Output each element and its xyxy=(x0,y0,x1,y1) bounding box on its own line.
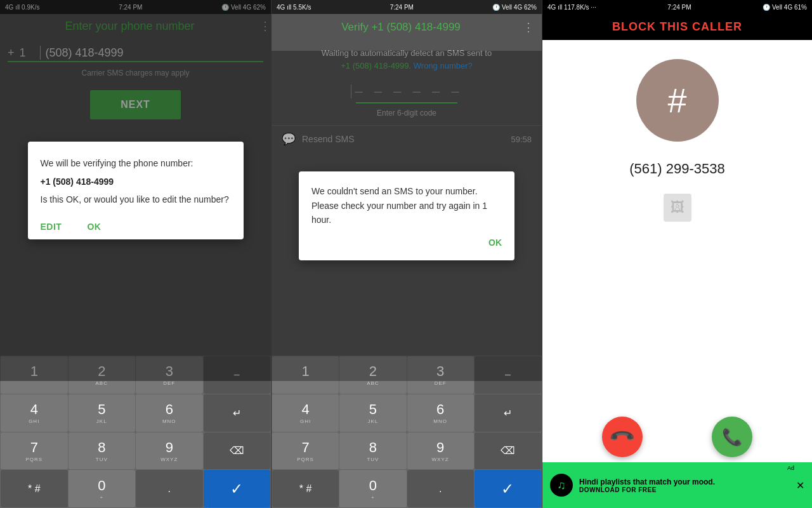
caller-number: (561) 299-3538 xyxy=(542,154,812,184)
key2-5[interactable]: 5JKL xyxy=(339,394,406,432)
ad-label: Ad xyxy=(787,465,794,471)
sms-error-dialog-overlay: We couldn't send an SMS to your number. … xyxy=(272,51,542,381)
key2-period[interactable]: . xyxy=(407,470,474,507)
key2-0[interactable]: 0+ xyxy=(339,470,406,507)
key-backspace[interactable]: ⌫ xyxy=(204,432,271,470)
spotify-logo: ♫ xyxy=(550,474,573,497)
dialog-actions: EDIT OK xyxy=(41,217,231,232)
sms-error-dialog: We couldn't send an SMS to your number. … xyxy=(299,171,514,260)
verify-dialog-overlay: We will be verifying the phone number: +… xyxy=(0,0,271,381)
photo-placeholder: 🖼 xyxy=(664,194,691,222)
dialog-line1: We will be verifying the phone number: xyxy=(41,157,231,170)
edit-button[interactable]: EDIT xyxy=(41,222,62,232)
call-screen-content: # (561) 299-3538 🖼 📞 📞 Ad ♫ Hindi playl xyxy=(542,40,812,508)
key2-9[interactable]: 9WXYZ xyxy=(407,432,474,470)
status-right-3: 🕐 Vell 4G 61% xyxy=(763,4,807,11)
sms-error-ok-button[interactable]: OK xyxy=(488,237,502,248)
key-period[interactable]: . xyxy=(136,470,203,507)
sms-error-text: We couldn't send an SMS to your number. … xyxy=(311,184,502,227)
decline-icon: 📞 xyxy=(608,423,637,451)
ad-text-block: Hindi playlists that match your mood. DO… xyxy=(579,478,790,493)
block-caller-bar[interactable]: BLOCK THIS CALLER xyxy=(542,14,812,40)
key-4[interactable]: 4GHI xyxy=(1,394,68,432)
panel-incoming-call: 4G ıll 117.8K/s ··· 7:24 PM 🕐 Vell 4G 61… xyxy=(542,0,812,508)
accept-icon: 📞 xyxy=(722,427,742,447)
caller-photo-strip: 🖼 xyxy=(542,184,812,232)
key-7[interactable]: 7PQRS xyxy=(1,432,68,470)
key-0[interactable]: 0+ xyxy=(69,470,136,507)
ad-close-button[interactable]: ✕ xyxy=(796,479,804,491)
status-left-2: 4G ıll 5.5K/s xyxy=(277,4,311,11)
status-time-3: 7:24 PM xyxy=(667,4,691,11)
verify-dialog: We will be verifying the phone number: +… xyxy=(28,142,244,239)
ok-button[interactable]: OK xyxy=(87,222,101,232)
block-caller-text[interactable]: BLOCK THIS CALLER xyxy=(612,20,742,33)
status-left-3: 4G ıll 117.8K/s ··· xyxy=(547,4,596,11)
menu-dots-2[interactable]: ⋮ xyxy=(523,20,534,34)
ad-main-text: Hindi playlists that match your mood. xyxy=(579,478,790,486)
status-bar-3: 4G ıll 117.8K/s ··· 7:24 PM 🕐 Vell 4G 61… xyxy=(542,0,812,14)
key-8[interactable]: 8TUV xyxy=(69,432,136,470)
decline-call-button[interactable]: 📞 xyxy=(602,417,643,457)
dialog-phone-number: +1 (508) 418-4999 xyxy=(41,177,231,187)
avatar-hash-icon: # xyxy=(667,81,686,120)
key2-confirm[interactable]: ✓ xyxy=(475,470,541,507)
call-actions: 📞 📞 xyxy=(542,417,812,457)
key2-4[interactable]: 4GHI xyxy=(272,394,339,432)
key2-star-hash[interactable]: * # xyxy=(272,470,339,507)
page-title-2: Verify +1 (508) 418-4999 xyxy=(279,21,523,34)
key2-backspace[interactable]: ⌫ xyxy=(475,432,541,470)
key2-7[interactable]: 7PQRS xyxy=(272,432,339,470)
key-return[interactable]: ↵ xyxy=(204,394,271,432)
accept-call-button[interactable]: 📞 xyxy=(712,417,752,457)
panel-phone-entry: 4G ıll 0.9K/s 7:24 PM 🕐 Vell 4G 62% Ente… xyxy=(0,0,271,508)
status-bar-2: 4G ıll 5.5K/s 7:24 PM 🕐 Vell 4G 62% xyxy=(272,0,542,14)
status-time-2: 7:24 PM xyxy=(390,4,414,11)
key-5[interactable]: 5JKL xyxy=(69,394,136,432)
caller-avatar: # xyxy=(636,59,719,142)
status-right-2: 🕐 Vell 4G 62% xyxy=(492,4,537,11)
key-star-hash[interactable]: * # xyxy=(1,470,68,507)
dialog-line2: Is this OK, or would you like to edit th… xyxy=(41,193,231,206)
key2-6[interactable]: 6MNO xyxy=(407,394,474,432)
key2-return[interactable]: ↵ xyxy=(475,394,541,432)
key-6[interactable]: 6MNO xyxy=(136,394,203,432)
key-9[interactable]: 9WXYZ xyxy=(136,432,203,470)
ad-sub-text: DOWNLOAD FOR FREE xyxy=(579,486,790,493)
panel-verify: 4G ıll 5.5K/s 7:24 PM 🕐 Vell 4G 62% Veri… xyxy=(271,0,542,508)
title-row-2: Verify +1 (508) 418-4999 ⋮ xyxy=(272,14,542,41)
ad-banner: Ad ♫ Hindi playlists that match your moo… xyxy=(542,462,812,508)
key2-8[interactable]: 8TUV xyxy=(339,432,406,470)
photo-icon: 🖼 xyxy=(671,199,684,216)
sms-error-actions: OK xyxy=(311,237,502,248)
key-confirm[interactable]: ✓ xyxy=(204,470,271,507)
caller-avatar-wrap: # xyxy=(542,40,812,154)
